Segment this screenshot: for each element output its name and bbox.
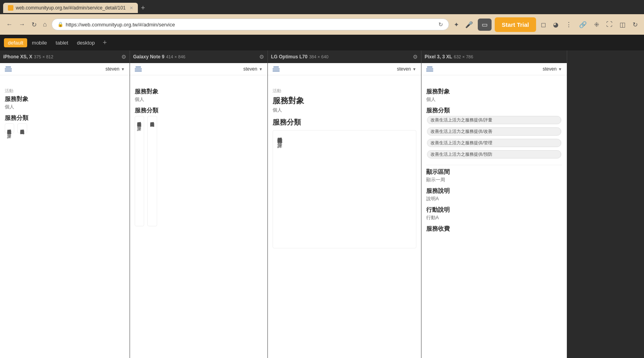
device-settings-lg[interactable]: ⚙: [413, 54, 418, 60]
refresh-icon[interactable]: ↻: [438, 21, 443, 28]
app-content-pixel: 服務對象 個人 服務分類 改善生活上活力之服務提供/評量 改善生活上活力之服務提…: [421, 83, 567, 238]
device-panel-lg: LG Optimus L70 384 × 640 ⚙ steven ▼ 活動: [268, 50, 421, 358]
extensions-icon[interactable]: ◻: [539, 19, 547, 30]
chevron-down-icon-pixel: ▼: [558, 67, 562, 71]
category-title-iphone: 服務分類: [5, 114, 125, 122]
tag-2: 改善生活上活力之服務提供/改善: [427, 127, 561, 136]
sidebar-icon[interactable]: ◫: [618, 19, 627, 30]
device-size-lg: 384 × 640: [309, 54, 328, 59]
app-content-iphone: 活動 服務對象 個人 服務分類 改善生活上活力之服務提供／評量 改善生活上活力之…: [0, 83, 130, 138]
header-spacer: [0, 75, 130, 83]
fee-title-pixel: 服務收費: [426, 225, 562, 233]
resp-tab-default[interactable]: default: [4, 38, 27, 47]
forward-button[interactable]: →: [17, 19, 27, 30]
tag-3: 改善生活上活力之服務提供/管理: [427, 139, 561, 147]
header-spacer-lg: [268, 75, 421, 83]
desc-value-pixel: 說明A: [426, 196, 562, 202]
device-frame-pixel: steven ▼ 服務對象 個人 服務分類 改善生活上活力之服務提供/評量 改善…: [421, 63, 567, 358]
vert-item-2-galaxy: 改善生活上活力之服務提供: [147, 116, 157, 226]
vert-item-1-lg: 改善生活上活力之服務提供／評量: [276, 134, 284, 139]
hamburger-menu-pixel[interactable]: [426, 67, 433, 71]
device-header-galaxy: Galaxy Note 9 414 × 846 ⚙: [130, 50, 267, 63]
browser-tab-active[interactable]: web.communityup.org.tw/#/admin/service_d…: [3, 3, 138, 13]
header-spacer-pixel: [421, 75, 567, 83]
category-vert-lg: 改善生活上活力之服務提供／評量: [273, 130, 416, 248]
app-header-lg: steven ▼: [268, 63, 421, 75]
app-header-pixel: steven ▼: [421, 63, 567, 75]
target-value-pixel: 個人: [426, 96, 562, 103]
desc-title-pixel: 服務說明: [426, 187, 562, 195]
url-text: https://web.communityup.org.tw/#/admin/s…: [66, 22, 436, 28]
tab-bar: web.communityup.org.tw/#/admin/service_d…: [0, 0, 644, 14]
target-title-iphone: 服務對象: [5, 95, 125, 103]
device-frame-iphone: steven ▼ 活動 服務對象 個人 服務分類 改善生活上活力之服務提供／評量…: [0, 63, 130, 358]
responsive-toolbar: default mobile tablet desktop +: [0, 35, 644, 50]
hamburger-menu-iphone[interactable]: [5, 67, 12, 71]
target-value-lg: 個人: [273, 107, 416, 114]
activity-label-iphone: 活動: [5, 88, 125, 94]
device-size-pixel: 632 × 786: [454, 54, 473, 59]
back-button[interactable]: ←: [5, 19, 14, 30]
tab-close-btn[interactable]: ✕: [130, 6, 133, 11]
vert-item-2-iphone: 改善生活上活力之服務提供: [17, 123, 27, 133]
device-settings-iphone[interactable]: ⚙: [121, 54, 126, 60]
user-name-lg: steven: [397, 66, 411, 72]
display-value-pixel: 顯示一周: [426, 177, 562, 183]
tag-1: 改善生活上活力之服務提供/評量: [427, 116, 561, 124]
user-badge-pixel: steven ▼: [543, 66, 562, 72]
resp-tab-desktop[interactable]: desktop: [73, 38, 99, 47]
new-tab-button[interactable]: +: [139, 4, 148, 12]
target-value-galaxy: 個人: [135, 96, 263, 103]
fullscreen-icon[interactable]: ⛶: [605, 19, 614, 30]
lock-icon: 🔒: [58, 22, 63, 27]
app-content-lg: 活動 服務對象 個人 服務分類 改善生活上活力之服務提供／評量: [268, 83, 421, 253]
category-vert-galaxy: 改善生活上活力之服務提供／評量 改善生活上活力之服務提供: [135, 116, 263, 226]
screen-mirror-btn[interactable]: ▭: [478, 19, 492, 31]
header-spacer-galaxy: [130, 75, 267, 83]
start-trial-button[interactable]: Start Trial: [495, 17, 536, 32]
device-size-galaxy: 414 × 846: [166, 54, 185, 59]
tab-title: web.communityup.org.tw/#/admin/service_d…: [16, 5, 126, 11]
target-title-lg: 服務對象: [273, 95, 416, 106]
device-header-iphone: iPhone XS, X 375 × 812 ⚙: [0, 50, 130, 63]
action-value-pixel: 行動A: [426, 214, 562, 221]
user-badge-iphone: steven ▼: [106, 66, 125, 72]
target-title-pixel: 服務對象: [426, 88, 562, 95]
chevron-down-icon-galaxy: ▼: [259, 67, 263, 71]
reader-mode-icon[interactable]: ◕: [551, 19, 560, 30]
mic-btn[interactable]: 🎤: [464, 19, 475, 30]
target-title-galaxy: 服務對象: [135, 88, 263, 95]
hamburger-menu-galaxy[interactable]: [135, 67, 142, 71]
apps-icon[interactable]: ⁜: [592, 19, 601, 30]
device-panel-pixel: Pixel 3, 3 XL 632 × 786 steven ▼ 服務對象 個人: [421, 50, 567, 358]
grid-icon[interactable]: ⋮: [564, 19, 573, 30]
reload-button[interactable]: ↻: [30, 19, 38, 30]
category-title-lg: 服務分類: [273, 117, 416, 127]
browser-chrome: web.communityup.org.tw/#/admin/service_d…: [0, 0, 644, 50]
hamburger-menu-lg[interactable]: [273, 67, 280, 71]
device-frame-lg: steven ▼ 活動 服務對象 個人 服務分類 改善生活上活力之服務提供／評量: [268, 63, 421, 358]
display-title-pixel: 顯示區間: [426, 168, 562, 176]
address-bar[interactable]: 🔒 https://web.communityup.org.tw/#/admin…: [52, 19, 449, 30]
device-settings-galaxy[interactable]: ⚙: [259, 54, 264, 60]
device-size-iphone: 375 × 812: [34, 54, 53, 59]
user-badge-lg: steven ▼: [397, 66, 416, 72]
link-icon[interactable]: 🔗: [577, 19, 588, 30]
resp-tab-mobile[interactable]: mobile: [28, 38, 51, 47]
add-tab-icon[interactable]: +: [100, 38, 110, 48]
device-header-pixel: Pixel 3, 3 XL 632 × 786: [421, 50, 567, 63]
device-name-iphone: iPhone XS, X: [3, 54, 32, 60]
category-title-pixel: 服務分類: [426, 107, 562, 114]
device-header-lg: LG Optimus L70 384 × 640 ⚙: [268, 50, 421, 63]
viewport-area: iPhone XS, X 375 × 812 ⚙ steven ▼: [0, 50, 644, 358]
device-name-lg: LG Optimus L70: [271, 54, 308, 60]
user-name-pixel: steven: [543, 66, 557, 72]
vert-item-1-iphone: 改善生活上活力之服務提供／評量: [5, 123, 14, 133]
cursor-tool-btn[interactable]: ✦: [452, 19, 460, 30]
divider-1: [426, 165, 562, 165]
resp-tab-tablet[interactable]: tablet: [52, 38, 72, 47]
device-panel-iphone: iPhone XS, X 375 × 812 ⚙ steven ▼: [0, 50, 130, 358]
category-title-galaxy: 服務分類: [135, 107, 263, 114]
history-icon[interactable]: ↻: [631, 19, 639, 30]
home-button[interactable]: ⌂: [41, 19, 48, 30]
